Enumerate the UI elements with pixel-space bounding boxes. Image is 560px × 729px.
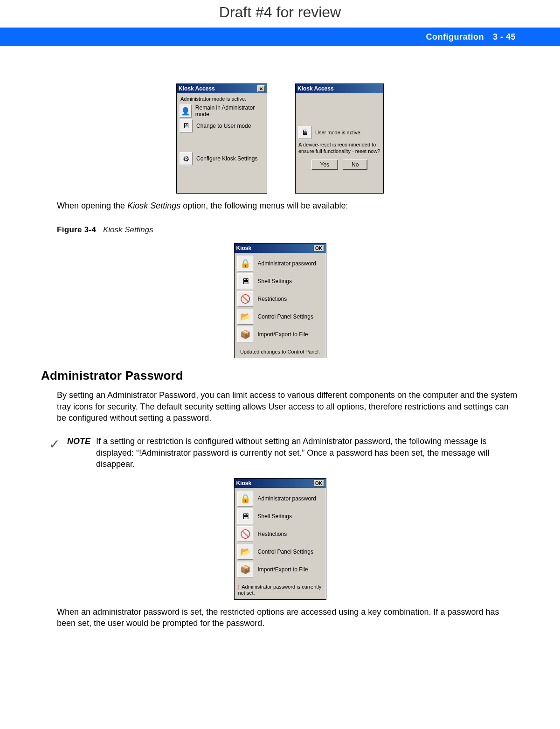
import-export-icon: 📦 bbox=[237, 326, 253, 342]
menu-item-label: Administrator password bbox=[258, 260, 316, 267]
option-configure-kiosk[interactable]: ⚙ Configure Kiosk Settings bbox=[180, 152, 264, 165]
header-page-number: 3 - 45 bbox=[493, 32, 516, 42]
restrict-icon: 🚫 bbox=[237, 291, 253, 307]
dialog-title: Kiosk Access bbox=[297, 85, 334, 92]
restrict-icon: 🚫 bbox=[237, 526, 253, 542]
menu-item-import-export[interactable]: 📦 Import/Export to File bbox=[237, 326, 323, 343]
option-label: Remain in Administrator mode bbox=[195, 104, 264, 118]
menu-item-import-export[interactable]: 📦 Import/Export to File bbox=[237, 561, 323, 578]
option-label: Change to User mode bbox=[196, 123, 251, 129]
status-footer: Updated changes to Control Panel. bbox=[235, 347, 326, 358]
no-button[interactable]: No bbox=[343, 160, 367, 170]
gear-icon: ⚙ bbox=[180, 152, 193, 165]
menu-item-restrictions[interactable]: 🚫 Restrictions bbox=[237, 290, 323, 308]
warning-icon: ! bbox=[238, 584, 240, 590]
figure-number: Figure 3-4 bbox=[57, 225, 96, 234]
page-header-bar: Configuration 3 - 45 bbox=[0, 28, 560, 46]
yes-button[interactable]: Yes bbox=[311, 160, 339, 170]
section-heading: Administrator Password bbox=[41, 368, 519, 383]
menu-item-label: Administrator password bbox=[258, 495, 316, 502]
lock-icon: 🔒 bbox=[237, 491, 253, 507]
note-label: NOTE bbox=[67, 436, 96, 470]
shell-icon: 🖥 bbox=[237, 508, 253, 524]
ok-button[interactable]: OK bbox=[314, 245, 324, 251]
kiosk-icon: 🖥 bbox=[180, 119, 193, 132]
option-change-user[interactable]: 🖥 Change to User mode bbox=[180, 119, 264, 132]
status-footer-text: Administrator password is currently not … bbox=[238, 584, 322, 596]
menu-item-control-panel[interactable]: 📂 Control Panel Settings bbox=[237, 543, 323, 561]
header-section: Configuration bbox=[426, 32, 484, 42]
dialog-titlebar: Kiosk OK bbox=[235, 243, 326, 253]
menu-item-label: Control Panel Settings bbox=[258, 313, 313, 320]
figure-caption: Figure 3-4 Kiosk Settings bbox=[57, 225, 519, 235]
shell-icon: 🖥 bbox=[237, 273, 253, 289]
note-block: ✓ NOTE If a setting or restriction is co… bbox=[41, 436, 519, 470]
dialog-status-text: Administrator mode is active. bbox=[180, 96, 264, 102]
dialog-status-text: User mode is active. bbox=[315, 130, 362, 135]
menu-item-label: Restrictions bbox=[258, 531, 287, 537]
status-footer-warning: !Administrator password is currently not… bbox=[235, 582, 326, 599]
dialog-titlebar: Kiosk Access ✕ bbox=[177, 84, 267, 93]
menu-item-label: Shell Settings bbox=[258, 513, 292, 520]
menu-item-control-panel[interactable]: 📂 Control Panel Settings bbox=[237, 308, 323, 326]
dialog-message: A device-reset is recommended to ensure … bbox=[298, 142, 380, 155]
draft-watermark: Draft #4 for review bbox=[0, 0, 560, 28]
option-label: Configure Kiosk Settings bbox=[196, 155, 257, 162]
text-run: When opening the bbox=[57, 201, 127, 210]
option-remain-admin[interactable]: 👤 Remain in Administrator mode bbox=[180, 104, 264, 118]
dialog-title: Kiosk Access bbox=[179, 85, 215, 92]
dialog-titlebar: Kiosk Access bbox=[296, 84, 383, 93]
menu-item-admin-password[interactable]: 🔒 Administrator password bbox=[237, 490, 323, 507]
closing-paragraph: When an administrator password is set, t… bbox=[57, 606, 519, 629]
menu-item-label: Import/Export to File bbox=[258, 566, 308, 573]
note-text: If a setting or restriction is configure… bbox=[96, 436, 519, 470]
page-header-text: Configuration 3 - 45 bbox=[426, 32, 516, 42]
kiosk-icon: 🖥 bbox=[298, 126, 311, 139]
close-icon[interactable]: ✕ bbox=[257, 85, 265, 92]
menu-item-shell-settings[interactable]: 🖥 Shell Settings bbox=[237, 507, 323, 525]
figure-title: Kiosk Settings bbox=[103, 225, 153, 234]
intro-paragraph: When opening the Kiosk Settings option, … bbox=[57, 200, 519, 211]
folder-icon: 📂 bbox=[237, 544, 253, 560]
dialog-titlebar: Kiosk OK bbox=[235, 479, 326, 488]
kiosk-access-admin-dialog: Kiosk Access ✕ Administrator mode is act… bbox=[176, 83, 267, 194]
user-mode-status-row: 🖥 User mode is active. bbox=[298, 126, 380, 139]
kiosk-settings-menu-warning: Kiosk OK 🔒 Administrator password 🖥 Shel… bbox=[234, 478, 326, 599]
menu-item-label: Import/Export to File bbox=[258, 331, 308, 338]
text-run: option, the following menus will be avai… bbox=[180, 201, 348, 210]
check-icon: ✓ bbox=[41, 436, 67, 470]
menu-item-label: Restrictions bbox=[258, 296, 287, 302]
dialog-title: Kiosk bbox=[236, 245, 252, 251]
menu-item-label: Shell Settings bbox=[258, 278, 292, 285]
kiosk-access-user-dialog: Kiosk Access 🖥 User mode is active. A de… bbox=[295, 83, 384, 194]
dialog-title: Kiosk bbox=[236, 480, 252, 486]
folder-icon: 📂 bbox=[237, 309, 253, 325]
person-icon: 👤 bbox=[180, 104, 192, 118]
menu-item-restrictions[interactable]: 🚫 Restrictions bbox=[237, 525, 323, 543]
lock-icon: 🔒 bbox=[237, 256, 253, 271]
menu-item-shell-settings[interactable]: 🖥 Shell Settings bbox=[237, 272, 323, 290]
text-emphasis: Kiosk Settings bbox=[127, 201, 180, 210]
menu-item-label: Control Panel Settings bbox=[258, 548, 313, 555]
import-export-icon: 📦 bbox=[237, 562, 253, 577]
kiosk-settings-menu: Kiosk OK 🔒 Administrator password 🖥 Shel… bbox=[234, 243, 326, 358]
ok-button[interactable]: OK bbox=[314, 480, 324, 486]
section-paragraph: By setting an Administrator Password, yo… bbox=[57, 389, 519, 424]
menu-item-admin-password[interactable]: 🔒 Administrator password bbox=[237, 255, 323, 272]
